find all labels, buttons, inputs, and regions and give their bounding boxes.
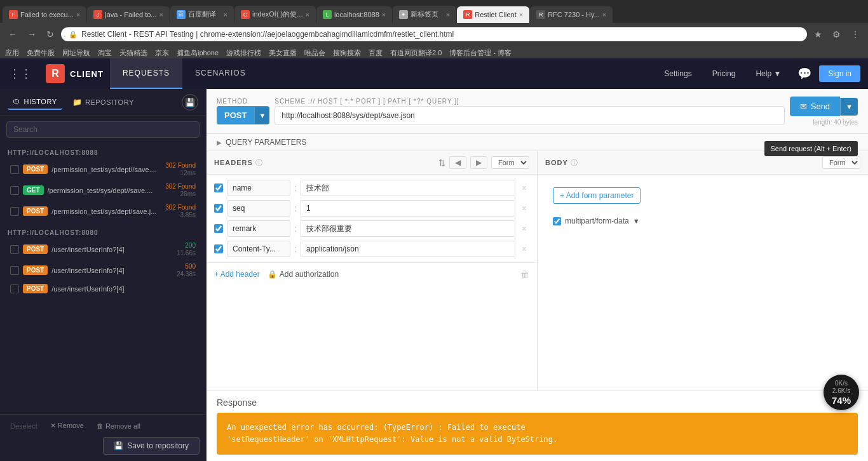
history-item[interactable]: POST /user/insertUserInfo?[4] 200 11.66s (6, 239, 200, 260)
history-item[interactable]: POST /user/insertUserInfo?[4] 500 24.38s (6, 260, 200, 281)
sidebar-tab-history[interactable]: ⏲ HISTORY (8, 95, 62, 110)
multipart-dropdown-button[interactable]: ▼ (633, 217, 640, 225)
headers-form-select[interactable]: Form Raw (491, 156, 529, 169)
sort-headers-button[interactable]: ⇅ (438, 158, 445, 168)
bookmark-item[interactable]: 应用 (5, 48, 19, 58)
header-delete-3[interactable]: × (519, 243, 529, 255)
body-form-select[interactable]: Form Raw (822, 156, 860, 169)
headers-info-icon[interactable]: ⓘ (255, 158, 262, 168)
save-to-repository-button[interactable]: 💾 Save to repository (103, 437, 200, 455)
browser-tab-tab8[interactable]: RRFC 7230 - Hy...× (530, 6, 613, 23)
tab-close-icon[interactable]: × (519, 11, 523, 18)
bookmark-item[interactable]: 美女直播 (269, 48, 297, 58)
header-val-3[interactable] (301, 241, 515, 257)
bookmark-item[interactable]: 唯品会 (304, 48, 325, 58)
header-val-1[interactable] (301, 200, 515, 217)
bookmark-item[interactable]: 博客后台管理 - 博客 (449, 48, 512, 58)
header-delete-1[interactable]: × (519, 202, 529, 215)
remove-button[interactable]: ✕ Remove (46, 420, 88, 432)
header-check-2[interactable] (214, 224, 223, 233)
tab-close-icon[interactable]: × (76, 11, 80, 18)
query-params-toggle[interactable]: ▶ QUERY PARAMETERS (217, 138, 858, 147)
apps-grid-icon[interactable]: ⋮⋮ (0, 67, 41, 81)
history-item[interactable]: GET /permission_test/sys/dept//save.... … (6, 180, 200, 201)
tab-close-icon[interactable]: × (446, 11, 450, 18)
bookmark-item[interactable]: 网址导航 (62, 48, 90, 58)
deselect-button[interactable]: Deselect (6, 420, 41, 432)
browser-tab-tab7[interactable]: RRestlet Client× (457, 6, 529, 23)
method-dropdown-button[interactable]: ▼ (254, 107, 269, 124)
url-bar[interactable]: 🔒 Restlet Client - REST API Testing | ch… (61, 27, 807, 41)
header-key-0[interactable] (227, 180, 290, 196)
add-authorization-button[interactable]: 🔒 Add authorization (268, 268, 339, 281)
header-check-1[interactable] (214, 204, 223, 213)
header-check-0[interactable] (214, 184, 223, 192)
browser-tab-tab3[interactable]: 百百度翻译× (170, 6, 234, 23)
history-item[interactable]: POST /permission_test/sys/dept/save.j...… (6, 201, 200, 222)
bookmark-item[interactable]: 免费牛股 (27, 48, 55, 58)
add-form-param-button[interactable]: + Add form parameter (553, 187, 641, 204)
bookmark-item[interactable]: 百度 (369, 48, 383, 58)
item-checkbox[interactable] (10, 207, 19, 216)
reload-button[interactable]: ↻ (43, 27, 57, 41)
item-checkbox[interactable] (10, 165, 19, 174)
header-val-0[interactable] (301, 180, 515, 196)
header-delete-2[interactable]: × (519, 222, 529, 235)
browser-tab-tab2[interactable]: Jjava - Failed to...× (87, 6, 170, 23)
header-key-2[interactable] (227, 220, 290, 237)
header-val-2[interactable] (301, 220, 515, 237)
tab-close-icon[interactable]: × (159, 11, 163, 18)
bookmark-item[interactable]: 捕鱼岛iphone (177, 48, 219, 58)
headers-next-button[interactable]: ▶ (470, 156, 487, 169)
headers-prev-button[interactable]: ◀ (449, 156, 466, 169)
header-key-1[interactable] (227, 200, 290, 217)
item-checkbox[interactable] (10, 245, 19, 254)
body-info-icon[interactable]: ⓘ (571, 158, 578, 168)
header-delete-0[interactable]: × (519, 182, 529, 194)
pricing-button[interactable]: Pricing (703, 65, 745, 82)
extensions-button[interactable]: ⚙ (829, 27, 844, 41)
tab-close-icon[interactable]: × (224, 11, 227, 18)
delete-all-headers-button[interactable]: 🗑 (520, 269, 529, 279)
send-button[interactable]: ✉ Send (790, 97, 840, 116)
bookmark-item[interactable]: 搜狗搜索 (333, 48, 361, 58)
bookmark-item[interactable]: 有道网页翻译2.0 (390, 48, 442, 58)
history-item[interactable]: POST /user/insertUserInfo?[4] (6, 281, 200, 297)
tab-close-icon[interactable]: × (602, 11, 606, 18)
settings-button[interactable]: Settings (655, 65, 700, 82)
browser-tab-tab4[interactable]: CindexOf( )的使...× (234, 6, 316, 23)
method-select-value[interactable]: POST (217, 106, 254, 124)
item-checkbox[interactable] (10, 266, 19, 275)
search-input[interactable] (6, 121, 200, 138)
bookmark-item[interactable]: 天猫精选 (119, 48, 147, 58)
nav-requests[interactable]: REQUESTS (110, 58, 182, 89)
header-key-3[interactable] (227, 241, 290, 257)
item-checkbox[interactable] (10, 284, 19, 293)
sign-in-button[interactable]: Sign in (819, 65, 860, 82)
multipart-checkbox[interactable] (553, 217, 561, 225)
back-button[interactable]: ← (5, 27, 20, 41)
help-button[interactable]: Help ▼ (747, 65, 790, 82)
history-item[interactable]: POST /permission_test/sys/dept//save....… (6, 159, 200, 180)
header-check-3[interactable] (214, 244, 223, 253)
nav-scenarios[interactable]: SCENARIOS (182, 58, 259, 89)
menu-button[interactable]: ⋮ (848, 27, 863, 41)
browser-tab-tab6[interactable]: ✦新标签页× (393, 6, 456, 23)
bookmark-item[interactable]: 淘宝 (98, 48, 112, 58)
forward-button[interactable]: → (24, 27, 39, 41)
chat-icon[interactable]: 💬 (792, 64, 817, 83)
sidebar-save-icon-button[interactable]: 💾 (182, 94, 198, 110)
bookmark-button[interactable]: ★ (811, 27, 825, 41)
url-input[interactable] (275, 106, 784, 125)
bookmark-item[interactable]: 游戏排行榜 (226, 48, 261, 58)
tab-close-icon[interactable]: × (305, 11, 309, 18)
browser-tab-tab1[interactable]: FFailed to execu...× (3, 6, 86, 23)
send-dropdown-button[interactable]: ▼ (840, 98, 858, 116)
remove-all-button[interactable]: 🗑 Remove all (93, 420, 144, 432)
tab-close-icon[interactable]: × (382, 11, 386, 18)
item-checkbox[interactable] (10, 186, 19, 195)
bookmark-item[interactable]: 京东 (155, 48, 169, 58)
browser-tab-tab5[interactable]: Llocalhost:8088× (316, 6, 392, 23)
add-header-button[interactable]: + Add header (214, 268, 260, 281)
sidebar-tab-repository[interactable]: 📁 REPOSITORY (67, 95, 139, 109)
